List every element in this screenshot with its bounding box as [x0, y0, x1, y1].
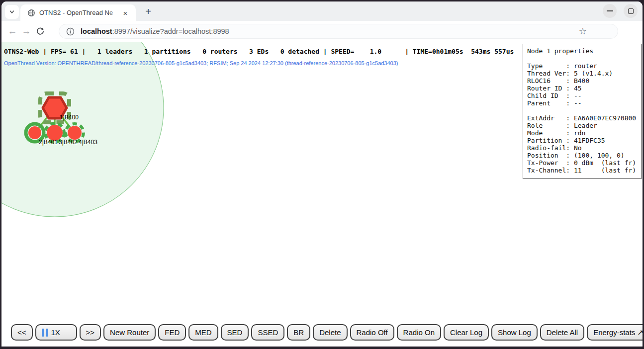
- window-minimize-button[interactable]: [603, 4, 617, 18]
- props-type: Type : router: [527, 62, 637, 70]
- bookmark-star-icon[interactable]: ☆: [579, 27, 587, 36]
- props-child-id: Child ID : --: [527, 92, 637, 99]
- fed-button[interactable]: FED: [158, 324, 186, 341]
- props-radio-fail: Radio-fail: No: [527, 144, 637, 152]
- br-button[interactable]: BR: [287, 324, 310, 341]
- browser-window: OTNS2 - OpenThread Ne × + ← → lo: [1, 1, 643, 347]
- sed-button[interactable]: SED: [221, 324, 249, 341]
- props-router-id: Router ID : 45: [527, 85, 637, 92]
- props-blank-2: [527, 107, 637, 114]
- radio-off-button[interactable]: Radio Off: [350, 324, 394, 341]
- show-log-button[interactable]: Show Log: [491, 324, 538, 341]
- med-button[interactable]: MED: [188, 324, 218, 341]
- rewind-button[interactable]: <<: [11, 324, 33, 341]
- action-toolbar: << 1X >> New Router FED MED SED SSED BR …: [11, 324, 643, 341]
- reload-icon: [36, 27, 45, 36]
- props-mode: Mode : rdn: [527, 129, 637, 137]
- props-parent: Parent : --: [527, 99, 637, 107]
- node-3-label: 3|B402: [59, 139, 78, 146]
- tab-otns2[interactable]: OTNS2 - OpenThread Ne ×: [20, 4, 136, 21]
- forward-button[interactable]: →: [19, 24, 33, 38]
- browser-toolbar: ← → localhost:8997/visualize?addr=localh…: [1, 21, 643, 42]
- node-4-label: 4|B403: [79, 139, 97, 146]
- delete-button[interactable]: Delete: [313, 324, 347, 341]
- props-position: Position : (100, 100, 0): [527, 152, 637, 159]
- ssed-button[interactable]: SSED: [251, 324, 284, 341]
- url-text: localhost:8997/visualize?addr=localhost:…: [81, 27, 229, 35]
- pause-icon: [42, 329, 48, 337]
- fast-forward-button[interactable]: >>: [80, 324, 101, 341]
- new-tab-button[interactable]: +: [142, 5, 155, 17]
- node-4-circle[interactable]: [68, 126, 82, 140]
- props-rloc16: RLOC16 : B400: [527, 77, 637, 85]
- minimize-icon: [607, 10, 613, 11]
- node-2-label: 2|B401: [39, 139, 58, 146]
- tab-close-icon[interactable]: ×: [121, 8, 130, 17]
- delete-all-button[interactable]: Delete All: [540, 324, 584, 341]
- new-router-button[interactable]: New Router: [103, 324, 156, 341]
- clear-log-button[interactable]: Clear Log: [444, 324, 489, 341]
- openthread-version-text: OpenThread Version: OPENTHREAD/thread-re…: [4, 60, 398, 66]
- speed-label: 1X: [51, 328, 60, 337]
- props-blank: [527, 55, 637, 62]
- speed-button[interactable]: 1X: [35, 324, 77, 341]
- tab-strip: OTNS2 - OpenThread Ne × +: [1, 1, 643, 21]
- reload-button[interactable]: [33, 24, 47, 38]
- energy-stats-button[interactable]: Energy-stats ↗: [587, 324, 643, 341]
- url-host: localhost: [81, 27, 112, 35]
- node-2-circle[interactable]: [28, 126, 41, 139]
- props-thread-ver: Thread Ver: 5 (v1.4.x): [527, 70, 637, 77]
- maximize-icon: [628, 8, 634, 14]
- back-button[interactable]: ←: [5, 24, 19, 38]
- chevron-down-icon: [8, 8, 15, 15]
- window-maximize-button[interactable]: [624, 4, 638, 18]
- tab-title: OTNS2 - OpenThread Ne: [39, 9, 119, 16]
- address-bar[interactable]: localhost:8997/visualize?addr=localhost:…: [59, 24, 618, 39]
- props-role: Role : Leader: [527, 122, 637, 129]
- tab-search-button[interactable]: [5, 5, 19, 19]
- site-info-icon[interactable]: [66, 27, 75, 36]
- tab-title-fade: [109, 7, 122, 18]
- props-extaddr: ExtAddr : EA6A0E07EC970800: [527, 114, 637, 122]
- props-partition: Partition : 41FDFC35: [527, 137, 637, 144]
- props-tx-power: Tx-Power : 0 dBm (last fr): [527, 159, 637, 167]
- simulation-status-bar: OTNS2-Web | FPS= 61 | 1 leaders 1 partit…: [4, 48, 514, 55]
- node-1-label: 1|B400: [60, 114, 79, 121]
- url-path: :8997/visualize?addr=localhost:8998: [112, 27, 229, 35]
- node-properties-panel: Node 1 properties Type : router Thread V…: [523, 44, 642, 179]
- radio-on-button[interactable]: Radio On: [397, 324, 441, 341]
- otns-visualizer-page: 1|B400 2|B401 3|B402 4|B403 OTNS2-Web | …: [1, 42, 643, 347]
- props-title: Node 1 properties: [527, 47, 637, 55]
- globe-favicon-icon: [27, 9, 35, 17]
- props-tx-channel: Tx-Channel: 11 (last fr): [527, 167, 637, 174]
